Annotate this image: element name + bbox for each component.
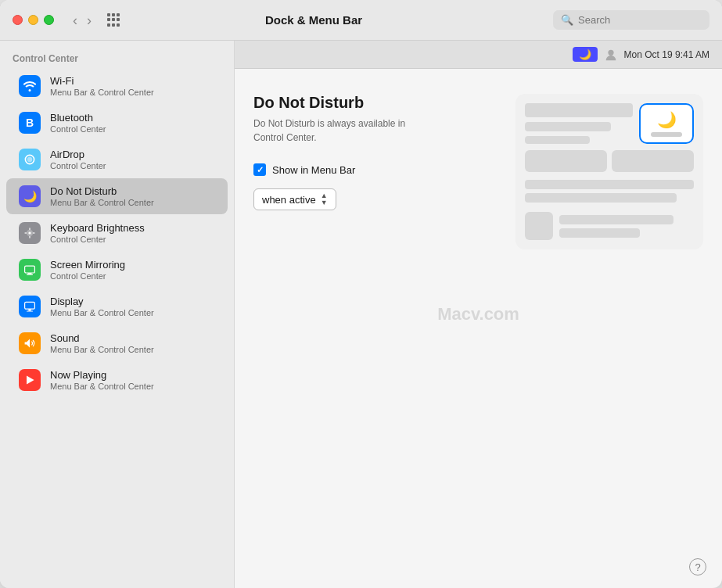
content-area: Control Center Wi-Fi Menu Bar & Control …	[0, 41, 722, 588]
control-center-preview: 🌙	[515, 94, 703, 249]
wifi-sub: Menu Bar & Control Center	[50, 88, 154, 97]
preview-bar-3	[525, 136, 590, 144]
preview-bottom-square	[525, 212, 553, 240]
sidebar-item-wifi[interactable]: Wi-Fi Menu Bar & Control Center	[6, 68, 228, 104]
minimize-button[interactable]	[28, 15, 38, 25]
dropdown-row: when active ▲ ▼	[253, 188, 490, 210]
keyboard-text: Keyboard Brightness Control Center	[50, 222, 145, 244]
sidebar-item-bluetooth[interactable]: B Bluetooth Control Center	[6, 105, 228, 141]
search-input[interactable]	[578, 14, 702, 26]
dropdown-value: when active	[262, 194, 316, 206]
preview-bar-1	[525, 103, 633, 117]
display-icon	[19, 296, 41, 317]
nowplaying-icon	[19, 369, 41, 391]
svg-rect-12	[27, 311, 33, 312]
app-window: ‹ › Dock & Menu Bar 🔍 Control Center	[0, 0, 722, 588]
wifi-text: Wi-Fi Menu Bar & Control Center	[50, 75, 154, 97]
sound-icon	[19, 332, 41, 354]
keyboard-sub: Control Center	[50, 235, 145, 244]
preview-bottom-bar-2	[559, 228, 640, 238]
sidebar: Control Center Wi-Fi Menu Bar & Control …	[0, 41, 235, 588]
when-active-dropdown[interactable]: when active ▲ ▼	[253, 188, 336, 210]
svg-rect-9	[27, 274, 33, 275]
svg-rect-11	[28, 309, 31, 310]
search-box[interactable]: 🔍	[553, 10, 709, 30]
nowplaying-name: Now Playing	[50, 369, 154, 381]
preview-top-row: 🌙	[525, 103, 694, 144]
svg-point-14	[608, 49, 613, 55]
mirroring-name: Screen Mirroring	[50, 259, 125, 271]
svg-rect-7	[25, 266, 35, 273]
preview-long-bar-2	[525, 193, 677, 203]
show-in-menu-bar-row: ✓ Show in Menu Bar	[253, 163, 490, 176]
preview-small-grid	[525, 150, 694, 172]
help-button[interactable]: ?	[689, 558, 706, 575]
bluetooth-text: Bluetooth Control Center	[50, 112, 106, 134]
preview-cell-1	[525, 150, 607, 172]
main-panel: 🌙 Mon Oct 19 9:41 AM Do Not Disturb Do N…	[235, 41, 722, 588]
settings-left: Do Not Disturb Do Not Disturb is always …	[253, 94, 490, 563]
sidebar-item-airdrop[interactable]: AirDrop Control Center	[6, 142, 228, 177]
show-in-menu-bar-checkbox[interactable]: ✓	[253, 163, 266, 176]
titlebar: ‹ › Dock & Menu Bar 🔍	[0, 0, 722, 41]
preview-bottom-bar-1	[559, 215, 674, 224]
menubar-person-icon	[604, 48, 618, 62]
mirroring-text: Screen Mirroring Control Center	[50, 259, 125, 281]
preview-moon-icon: 🌙	[657, 110, 677, 129]
dnd-icon: 🌙	[19, 185, 41, 207]
preview-left-col	[525, 103, 633, 144]
menubar-datetime: Mon Oct 19 9:41 AM	[624, 49, 709, 60]
checkmark-icon: ✓	[257, 165, 264, 175]
preview-bottom-lines	[559, 215, 694, 238]
window-title: Dock & Menu Bar	[84, 13, 544, 27]
preview-bottom-row	[525, 212, 694, 240]
display-text: Display Menu Bar & Control Center	[50, 296, 154, 317]
mirroring-icon	[19, 259, 41, 281]
settings-content: Do Not Disturb Do Not Disturb is always …	[235, 69, 722, 588]
preview-mid-row	[525, 180, 694, 203]
airdrop-name: AirDrop	[50, 149, 106, 160]
sidebar-item-keyboard[interactable]: Keyboard Brightness Control Center	[6, 215, 228, 251]
sidebar-item-mirroring[interactable]: Screen Mirroring Control Center	[6, 252, 228, 288]
svg-point-2	[28, 231, 31, 234]
airdrop-icon	[19, 149, 41, 170]
back-button[interactable]: ‹	[70, 12, 81, 29]
nowplaying-sub: Menu Bar & Control Center	[50, 382, 154, 391]
show-in-menu-bar-label: Show in Menu Bar	[272, 164, 355, 176]
keyboard-name: Keyboard Brightness	[50, 222, 145, 234]
sound-name: Sound	[50, 332, 154, 344]
sound-sub: Menu Bar & Control Center	[50, 345, 154, 354]
bluetooth-sub: Control Center	[50, 124, 106, 134]
dnd-name: Do Not Disturb	[50, 185, 154, 197]
bluetooth-icon: B	[19, 112, 41, 134]
svg-point-0	[27, 157, 32, 162]
preview-area: 🌙	[515, 94, 703, 563]
sidebar-item-nowplaying[interactable]: Now Playing Menu Bar & Control Center	[6, 362, 228, 398]
sidebar-item-dnd[interactable]: 🌙 Do Not Disturb Menu Bar & Control Cent…	[6, 178, 228, 214]
wifi-icon	[19, 75, 41, 97]
preview-moon-line	[651, 132, 682, 137]
svg-marker-13	[27, 375, 34, 384]
settings-title: Do Not Disturb	[253, 94, 490, 112]
dnd-sub: Menu Bar & Control Center	[50, 198, 154, 207]
maximize-button[interactable]	[44, 15, 54, 25]
sidebar-item-display[interactable]: Display Menu Bar & Control Center	[6, 289, 228, 324]
svg-rect-10	[25, 302, 35, 309]
airdrop-text: AirDrop Control Center	[50, 149, 106, 170]
wifi-name: Wi-Fi	[50, 75, 154, 87]
traffic-lights	[13, 15, 54, 25]
dropdown-arrows-icon: ▲ ▼	[321, 192, 328, 206]
preview-dnd-box: 🌙	[639, 103, 694, 144]
close-button[interactable]	[13, 15, 23, 25]
svg-rect-8	[28, 273, 32, 274]
display-name: Display	[50, 296, 154, 307]
sidebar-item-sound[interactable]: Sound Menu Bar & Control Center	[6, 325, 228, 361]
bluetooth-name: Bluetooth	[50, 112, 106, 124]
dnd-text: Do Not Disturb Menu Bar & Control Center	[50, 185, 154, 207]
settings-description: Do Not Disturb is always available in Co…	[253, 117, 490, 145]
display-sub: Menu Bar & Control Center	[50, 308, 154, 317]
airdrop-sub: Control Center	[50, 161, 106, 170]
menubar-preview: 🌙 Mon Oct 19 9:41 AM	[235, 41, 722, 69]
nowplaying-text: Now Playing Menu Bar & Control Center	[50, 369, 154, 391]
preview-long-bar-1	[525, 180, 694, 189]
